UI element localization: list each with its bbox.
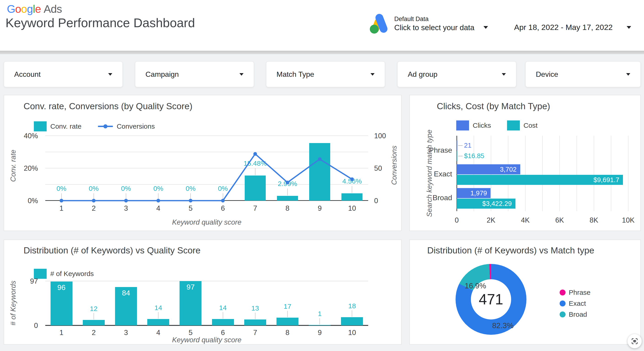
y-tick-label: 40% (1, 132, 38, 140)
donut-total-value: 471 (479, 291, 503, 308)
leader-line (352, 310, 352, 317)
chart-conv-rate-conversions: Conv. rate, Conversions (by Quality Scor… (4, 95, 402, 231)
bar (457, 141, 458, 151)
category-label: Exact (406, 170, 452, 178)
date-range-selector[interactable]: Apr 18, 2022 - May 17, 2022 (514, 23, 613, 32)
conversions-line-marker (98, 126, 113, 127)
y2-tick-label: 0 (374, 197, 402, 205)
chart-title: Clicks, Cost (by Match Type) (437, 101, 550, 111)
x-tick-label: 10 (336, 204, 368, 213)
leader-line (158, 312, 158, 319)
grid-line (594, 136, 594, 211)
data-label: $16.85 (464, 152, 484, 160)
leader-line (320, 318, 320, 325)
bar (457, 151, 458, 161)
data-source-labels: Default Data Click to select your data (394, 15, 474, 32)
data-label: 84 (110, 289, 142, 297)
x-axis-title: Keyword quality score (45, 336, 368, 344)
donut-legend: Phrase Exact Broad (560, 288, 590, 321)
google-logo-ads-text: Ads (44, 3, 62, 15)
exact-percentage-label: 82.3% (492, 321, 514, 330)
x-tick-label: 4 (142, 329, 174, 337)
x-tick-label: 5 (174, 204, 207, 213)
header: GoogleAds Keyword Performance Dashboard … (0, 0, 644, 51)
bar (147, 319, 169, 326)
legend-item-phrase: Phrase (560, 288, 590, 297)
scan-text-icon (631, 337, 638, 345)
data-source-hint: Click to select your data (394, 23, 474, 32)
data-label: 1 (304, 310, 336, 318)
data-source-chevron-down-icon[interactable] (484, 26, 488, 29)
filter-account[interactable]: Account (4, 61, 123, 87)
chart-legend: Clicks Cost (456, 120, 538, 130)
x-tick-label: 8K (585, 216, 603, 224)
grid-line (576, 136, 577, 211)
legend-label: Clicks (473, 122, 491, 129)
hbar-chart-plot: Phrase21$16.85Exact3,702$9,691.7Broad1,9… (457, 136, 628, 211)
filter-match-type[interactable]: Match Type (266, 61, 385, 87)
bar (309, 325, 331, 326)
leader-line (255, 313, 256, 319)
x-axis-title: Keyword quality score (45, 218, 368, 226)
data-label: 3,702 (457, 164, 516, 174)
chevron-down-icon (240, 73, 244, 76)
y-tick-label: 97 (1, 277, 38, 285)
leader-line (458, 156, 463, 156)
data-label: 21 (464, 142, 471, 149)
x-tick-label: 8 (271, 204, 304, 213)
y-tick-label: 0 (1, 322, 38, 330)
data-label: 12 (78, 305, 110, 313)
legend-label: # of Keywords (50, 270, 94, 278)
legend-label: Cost (524, 122, 538, 129)
ads-icon-green-dot (370, 25, 379, 33)
broad-percentage-label: 16.9% (465, 282, 486, 290)
y-tick-label: 20% (1, 164, 38, 173)
category-label: Phrase (406, 146, 452, 154)
filter-label: Account (14, 70, 41, 79)
legend-item-broad: Broad (560, 310, 590, 319)
y-tick-label: 0% (1, 197, 38, 205)
y2-tick-label: 50 (374, 164, 402, 173)
y-axis-title: # of Keywords (9, 281, 18, 326)
data-source-selector[interactable]: Default Data Click to select your data (369, 13, 474, 35)
filter-device[interactable]: Device (525, 61, 641, 87)
x-tick-label: 2 (78, 204, 110, 213)
data-source-name: Default Data (394, 15, 474, 23)
bar (341, 317, 363, 326)
chevron-down-icon (370, 73, 374, 76)
filter-campaign[interactable]: Campaign (135, 61, 254, 87)
bar (244, 320, 266, 326)
legend-item-exact: Exact (560, 299, 590, 308)
x-tick-label: 9 (304, 329, 336, 337)
legend-label: Phrase (569, 289, 590, 296)
bar (83, 320, 105, 326)
filter-label: Device (536, 70, 558, 79)
data-label: 14 (142, 304, 174, 312)
google-ads-logo: GoogleAds (7, 3, 62, 15)
match-type-donut: 471 (456, 264, 526, 335)
x-tick-label: 5 (174, 329, 207, 337)
date-range-chevron-down-icon[interactable] (626, 26, 631, 29)
chart-title: Distribution (# of Keywords) vs Quality … (24, 245, 200, 256)
x-tick-label: 9 (304, 204, 336, 213)
data-label: 97 (174, 283, 207, 291)
broad-color-dot (560, 312, 566, 318)
legend-label: Broad (569, 311, 587, 318)
conversions-line-series (45, 136, 368, 201)
x-tick-label: 0 (448, 216, 466, 224)
x-tick-label: 1 (45, 204, 78, 213)
y2-tick-label: 100 (374, 132, 402, 140)
grid-line (525, 136, 526, 211)
scan-screenshot-button[interactable] (628, 334, 642, 348)
chart-keyword-distribution-match-type: Distribution (# of Keywords) vs Match ty… (409, 240, 641, 345)
data-label: $9,691.7 (457, 175, 619, 185)
x-tick-label: 3 (110, 329, 142, 337)
x-tick-label: 6 (207, 329, 239, 337)
filter-ad-group[interactable]: Ad group (397, 61, 516, 87)
chevron-down-icon (502, 73, 506, 76)
google-logo-letter: g (27, 3, 33, 15)
x-tick-label: 6K (550, 216, 569, 224)
google-logo-letter: l (33, 3, 35, 15)
data-label: 13 (239, 304, 271, 312)
x-tick-label: 10 (336, 329, 368, 337)
